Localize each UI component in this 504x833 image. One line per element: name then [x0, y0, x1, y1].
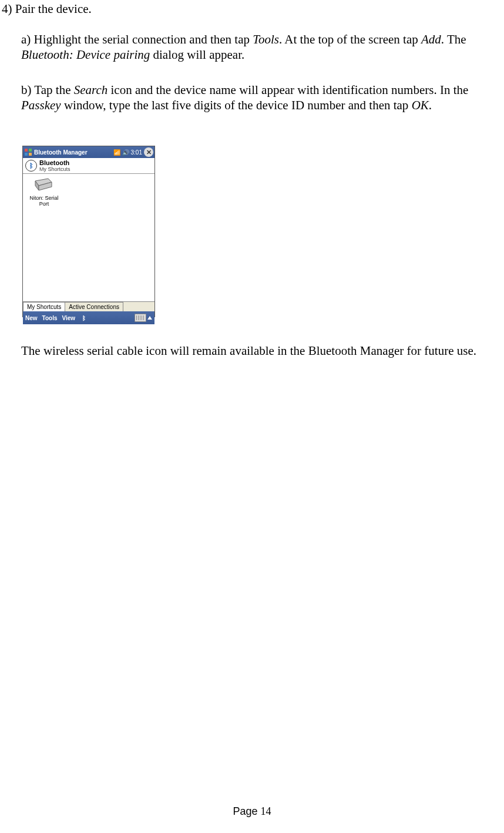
tab-my-shortcuts[interactable]: My Shortcuts	[23, 302, 65, 311]
windows-start-icon[interactable]	[24, 148, 32, 156]
svg-rect-0	[25, 149, 28, 152]
clock-time: 3:01	[131, 149, 142, 156]
page-number-value: 14	[261, 805, 271, 817]
bluetooth-icon: ᛒ	[25, 160, 37, 172]
page-label: Page	[233, 805, 260, 817]
passkey-ref: Passkey	[21, 98, 61, 112]
bluetooth-header: ᛒ Bluetooth My Shortcuts	[23, 158, 154, 174]
header-subtitle: My Shortcuts	[39, 166, 70, 172]
text: a) Highlight the serial connection and t…	[21, 32, 253, 46]
substep-a: a) Highlight the serial connection and t…	[21, 32, 499, 63]
text: icon and the device name will appear wit…	[107, 83, 468, 97]
input-toggle-arrow-icon[interactable]	[147, 316, 152, 320]
substep-b: b) Tap the Search icon and the device na…	[21, 82, 499, 113]
close-button[interactable]: ✕	[144, 147, 153, 157]
volume-icon[interactable]: 🔊	[122, 149, 129, 156]
menu-new[interactable]: New	[25, 315, 38, 321]
page-number: Page 14	[0, 805, 504, 818]
tab-active-connections[interactable]: Active Connections	[65, 302, 123, 311]
device-label: Niton: Serial Port	[26, 195, 62, 207]
tools-ref: Tools	[253, 32, 279, 46]
window-title: Bluetooth Manager	[34, 149, 113, 156]
device-shortcut[interactable]: Niton: Serial Port	[26, 177, 62, 207]
concluding-text: The wireless serial cable icon will rema…	[21, 343, 496, 358]
text: . The	[441, 32, 466, 46]
menu-view[interactable]: View	[62, 315, 76, 321]
dialog-ref: Bluetooth: Device pairing	[21, 48, 150, 62]
svg-rect-3	[29, 153, 32, 156]
bluetooth-status-icon[interactable]: ᛒ	[82, 315, 86, 321]
add-ref: Add	[421, 32, 441, 46]
text: b) Tap the	[21, 83, 74, 97]
text: .	[429, 98, 432, 112]
text: window, type the last five digits of the…	[61, 98, 412, 112]
text: . At the top of the screen tap	[279, 32, 421, 46]
tab-strip: My Shortcuts Active Connections	[23, 301, 154, 311]
svg-rect-1	[29, 149, 32, 152]
shortcuts-area[interactable]: Niton: Serial Port	[23, 174, 154, 301]
bottom-menubar: New Tools View ᛒ	[23, 311, 154, 324]
bluetooth-header-text: Bluetooth My Shortcuts	[39, 159, 70, 172]
bluetooth-manager-screenshot: Bluetooth Manager 📶 🔊 3:01 ✕ ᛒ Bluetooth…	[22, 146, 155, 317]
search-ref: Search	[74, 83, 108, 97]
svg-rect-2	[25, 153, 28, 156]
ok-ref: OK	[412, 98, 429, 112]
serial-port-icon	[33, 177, 55, 194]
text: dialog will appear.	[150, 48, 244, 62]
header-title: Bluetooth	[39, 159, 70, 166]
window-titlebar: Bluetooth Manager 📶 🔊 3:01 ✕	[23, 146, 154, 158]
keyboard-icon[interactable]	[135, 314, 146, 322]
menu-tools[interactable]: Tools	[42, 315, 58, 321]
connectivity-icon[interactable]: 📶	[113, 149, 120, 156]
step-4-heading: 4) Pair the device.	[2, 1, 92, 16]
